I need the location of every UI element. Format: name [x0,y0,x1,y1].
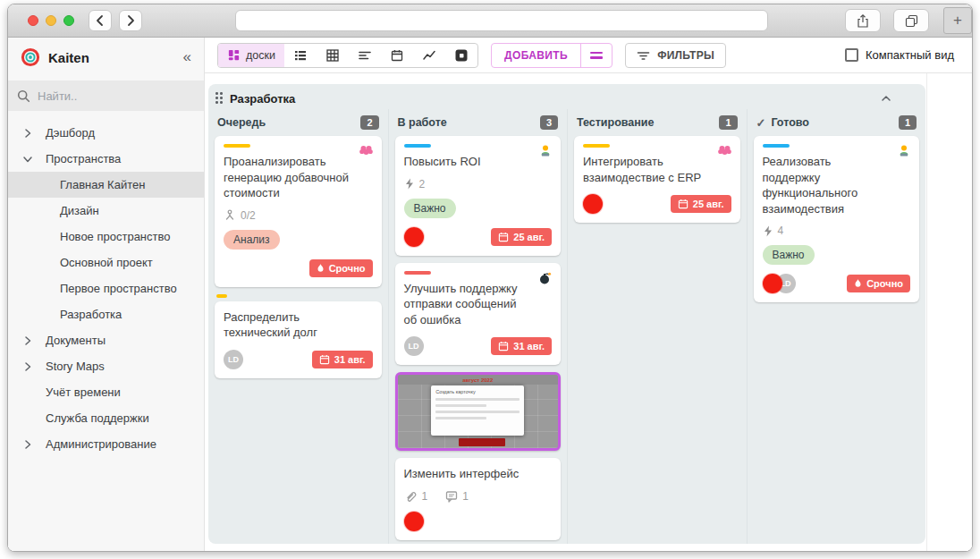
red-label-dot[interactable] [404,227,424,247]
card-color-stripe [763,144,790,148]
card-cover-image[interactable]: август 2022 Создать карточку [395,372,562,451]
avatar[interactable]: LD [224,350,243,369]
card-title: Проанализировать генерацию добавочной ст… [224,154,373,201]
new-tab-button[interactable]: + [943,7,972,34]
tab-overview-button[interactable] [893,9,929,32]
sidebar-item-label: Администрирование [46,437,156,451]
cover-modal: Создать карточку [431,385,524,436]
attachment-icon [404,490,418,503]
view-switcher: доски [217,43,478,68]
subtasks-icon [224,209,236,222]
zoom-window-button[interactable] [63,15,74,26]
content-area: доски [205,38,972,551]
back-icon [94,14,106,27]
card[interactable]: Улучшить поддержку отправки сообщений об… [395,263,562,366]
add-card-button[interactable]: ДОБАВИТЬ [492,44,581,67]
sidebar-item-story-maps[interactable]: Story Maps [8,353,204,379]
sidebar-item-development[interactable]: Разработка [8,301,204,327]
table-view-button[interactable] [317,44,349,67]
search-icon [17,89,30,103]
tag-important[interactable]: Важно [404,199,456,218]
column-cards: Проанализировать генерацию добавочной ст… [215,136,382,378]
focus-view-button[interactable] [445,44,477,67]
sidebar-item-label: Главная Кайтен [60,178,145,191]
sidebar-item-first-space[interactable]: Первое пространство [8,275,204,301]
forward-icon [124,14,137,27]
sidebar-item-design[interactable]: Дизайн [8,198,204,224]
sidebar-item-main-project[interactable]: Основной проект [8,250,204,275]
column-header: Тестирование 1 [574,109,740,136]
card-footer: LD 31 авг. [224,350,373,369]
sidebar-item-new-space[interactable]: Новое пространство [8,224,204,250]
sidebar-item-support[interactable]: Служба поддержки [8,405,204,431]
column-cards: Повысить ROI 2 Важно [395,136,562,540]
board-title: Разработка [230,92,879,106]
red-label-dot[interactable] [404,512,424,531]
board-panel: Разработка Очередь 2 [208,84,925,544]
sidebar: Kaiten « Дэшборд Пространства Главная Ка… [8,38,205,551]
chart-view-icon [422,48,436,63]
card-title: Повысить ROI [404,154,553,170]
list-view-button[interactable] [284,44,317,67]
calendar-view-button[interactable] [381,44,413,67]
flame-icon [317,263,325,274]
sidebar-item-administration[interactable]: Администрирование [8,431,204,457]
calendar-icon [498,341,509,351]
compact-view-toggle[interactable]: Компактный вид [845,48,954,62]
chevron-right-icon [21,126,35,140]
card-color-stripe [404,271,431,275]
search-input[interactable] [38,89,181,103]
swimlane-view-button[interactable] [349,44,381,67]
bomb-icon [538,271,553,285]
sidebar-item-dashboard[interactable]: Дэшборд [8,120,204,146]
card[interactable]: Повысить ROI 2 Важно [395,136,562,256]
tag-important[interactable]: Важно [763,245,815,265]
sidebar-item-spaces[interactable]: Пространства [8,146,204,172]
card-footer: LD Срочно [763,274,911,293]
focus-view-icon [454,48,469,63]
sidebar-item-time-tracking[interactable]: Учёт времени [8,379,204,405]
sidebar-search[interactable] [8,80,204,111]
app-title: Kaiten [48,50,183,65]
compact-view-checkbox[interactable] [845,48,858,62]
back-button[interactable] [89,10,112,31]
card[interactable]: Изменить интерфейс 1 1 [395,458,562,540]
forward-button[interactable] [119,10,142,31]
url-bar[interactable] [235,10,768,31]
red-label-dot[interactable] [763,274,782,293]
chevron-right-icon [21,334,35,348]
card[interactable]: Реализовать поддержку функционального вз… [754,136,920,302]
minimize-window-button[interactable] [46,15,56,26]
sidebar-header: Kaiten « [8,38,204,77]
card[interactable]: Интегрировать взаимодествие с ERP 25 авг… [574,136,740,223]
calendar-icon [498,232,509,242]
drag-handle-icon[interactable] [215,92,224,105]
card-footer: LD 31 авг. [404,336,553,356]
column-header: ✓ Готово 1 [754,109,920,136]
board-collapse-button[interactable] [879,92,893,105]
sidebar-item-main-kaiten[interactable]: Главная Кайтен [8,172,204,198]
card-title: Распределить технический долг [224,309,373,341]
boards-view-button[interactable]: доски [218,44,284,67]
add-card-menu-button[interactable] [581,44,612,67]
card[interactable]: Проанализировать генерацию добавочной ст… [215,136,382,287]
red-label-dot[interactable] [583,194,603,214]
board-columns: Очередь 2 Проанализировать генерацию доб… [208,107,925,544]
share-icon [856,13,870,29]
cover-calendar-header: август 2022 [398,375,559,385]
chart-view-button[interactable] [413,44,445,67]
column-name: Очередь [217,116,360,129]
cover-red-button [459,438,505,446]
share-button[interactable] [845,9,881,32]
tag-analysis[interactable]: Анализ [224,230,280,250]
sidebar-item-label: Разработка [60,308,122,321]
filters-button[interactable]: ФИЛЬТРЫ [625,43,726,68]
avatar[interactable]: LD [404,336,424,356]
card[interactable]: Распределить технический долг LD 31 авг. [215,301,382,378]
sidebar-collapse-button[interactable]: « [183,48,191,66]
close-window-button[interactable] [28,15,38,26]
boards-icon [227,48,241,62]
sidebar-item-documents[interactable]: Документы [8,327,204,353]
sidebar-item-label: Документы [46,334,106,347]
card-footer [404,512,553,531]
